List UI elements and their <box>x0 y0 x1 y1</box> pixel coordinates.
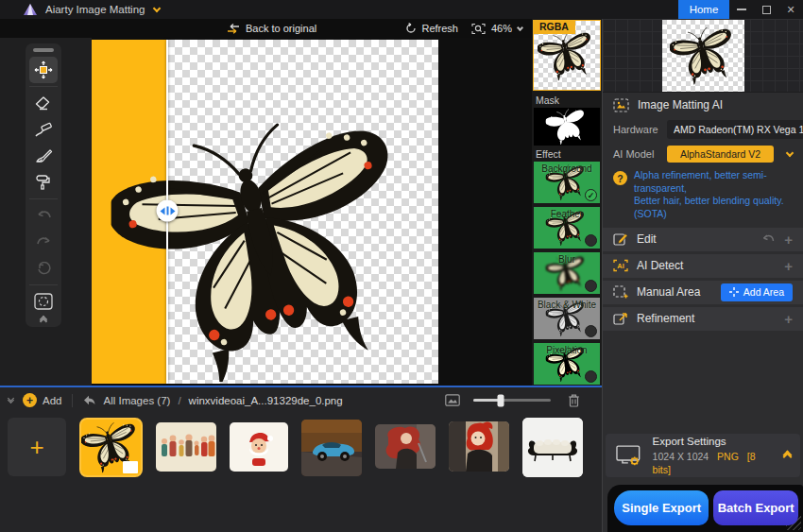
compare-divider-handle[interactable] <box>157 200 179 222</box>
butterfly-thumb-image <box>670 26 738 86</box>
effect-thumb-black-white[interactable]: Black & White <box>534 298 600 339</box>
palette-collapse-button[interactable] <box>41 317 46 324</box>
app-menu-chevron-icon[interactable] <box>153 4 161 11</box>
butterfly-image <box>94 121 436 382</box>
effect-toggle[interactable] <box>585 325 597 337</box>
film-thumb-woman-red-hair[interactable] <box>375 424 436 469</box>
section-ai-detect[interactable]: AI AI Detect + <box>603 254 803 278</box>
panel-header: Image Matting AI <box>603 93 803 117</box>
add-image-button[interactable]: + Add <box>23 393 61 407</box>
film-thumb-car[interactable] <box>301 420 362 476</box>
section-edit[interactable]: Edit + <box>603 228 803 251</box>
car-thumb-image <box>301 420 362 476</box>
move-tool-icon <box>34 60 53 79</box>
app-logo-icon <box>23 3 38 16</box>
all-images-breadcrumb[interactable]: All Images (7) <box>103 395 170 406</box>
hardware-select[interactable]: AMD Radeon(TM) RX Vega 11 G <box>667 120 803 139</box>
undo-icon <box>36 210 52 222</box>
bottom-panel: + Add All Images (7) / winxvideoai_A...9… <box>0 386 602 532</box>
close-button[interactable]: ✕ <box>778 0 803 19</box>
model-tip: ? Alpha refinement, better semi-transpar… <box>603 166 803 228</box>
section-expand-icon[interactable]: + <box>784 232 793 247</box>
workspace-column: Back to original Refresh 46% <box>0 19 602 532</box>
zoom-magnifier-icon <box>471 23 486 35</box>
image-canvas[interactable] <box>92 40 438 384</box>
pen-tool-button[interactable] <box>29 116 58 143</box>
eraser-tool-button[interactable] <box>29 90 58 116</box>
thumbnail-size-slider[interactable] <box>473 399 551 402</box>
move-tool-button[interactable] <box>29 57 58 83</box>
help-icon[interactable]: ? <box>613 171 627 185</box>
minimize-button[interactable] <box>729 0 754 19</box>
export-settings-row[interactable]: Export Settings 1024 X 1024 PNG [8 bits] <box>606 434 800 477</box>
rgba-preview-thumb[interactable]: RGBA <box>533 20 601 91</box>
reset-button[interactable] <box>29 255 58 282</box>
back-arrow-icon[interactable] <box>83 395 95 405</box>
effect-thumb-background[interactable]: Background ✓ <box>534 162 600 203</box>
app-title: Aiarty Image Matting <box>45 4 145 15</box>
export-settings-icon <box>615 443 643 468</box>
effect-toggle[interactable] <box>585 280 597 292</box>
add-image-tile[interactable]: + <box>8 418 66 476</box>
section-undo-icon[interactable] <box>761 234 775 244</box>
film-thumb-sofa[interactable] <box>522 418 583 477</box>
section-refinement[interactable]: Refinement + <box>603 307 803 331</box>
mask-preview-thumb[interactable] <box>534 108 600 146</box>
effect-thumb-blur[interactable]: Blur <box>534 252 600 294</box>
santa-thumb-image <box>230 422 288 472</box>
marquee-icon <box>34 293 53 310</box>
section-expand-icon[interactable]: + <box>784 259 793 273</box>
redo-icon <box>36 236 52 249</box>
effect-strip: RGBA Mask Effect Background ✓ Feather Bl… <box>532 19 602 386</box>
roller-tool-button[interactable] <box>29 169 58 196</box>
batch-export-button[interactable]: Batch Export <box>713 490 798 525</box>
trash-icon[interactable] <box>568 394 580 407</box>
ai-model-select[interactable]: AlphaStandard V2 <box>667 146 774 163</box>
pen-icon <box>35 122 53 138</box>
redo-button[interactable] <box>29 229 58 255</box>
section-manual-area[interactable]: Manual Area Add Area <box>603 281 803 304</box>
undo-button[interactable] <box>29 202 58 229</box>
effect-applied-badge[interactable]: ✓ <box>585 189 597 201</box>
mask-label: Mask <box>532 92 602 108</box>
zoom-value: 46% <box>491 23 512 34</box>
home-button[interactable]: Home <box>678 0 729 19</box>
ai-model-row: AI Model AlphaStandard V2 <box>603 142 803 166</box>
section-expand-icon[interactable]: + <box>784 312 793 326</box>
slider-knob[interactable] <box>497 394 504 406</box>
brush-icon <box>35 148 53 164</box>
navigator-thumb <box>662 20 744 92</box>
marquee-tool-button[interactable] <box>29 288 58 315</box>
effect-thumb-pixelation[interactable]: Pixelation <box>534 343 600 385</box>
effect-label: Effect <box>532 146 602 162</box>
effect-toggle[interactable] <box>585 370 597 383</box>
hardware-row: Hardware AMD Radeon(TM) RX Vega 11 G <box>603 117 803 142</box>
maximize-button[interactable] <box>754 0 778 19</box>
butterfly-thumb-image <box>538 29 596 82</box>
palette-drag-handle[interactable] <box>33 48 54 52</box>
back-to-original-button[interactable]: Back to original <box>227 23 316 34</box>
tool-palette <box>26 43 61 327</box>
film-thumb-people[interactable] <box>156 422 216 472</box>
current-filename: winxvideoai_A...91329de_0.png <box>189 395 343 406</box>
navigator-preview[interactable] <box>603 19 803 93</box>
reset-icon <box>37 262 51 276</box>
film-thumb-santa[interactable] <box>230 422 288 472</box>
panel-collapse-button[interactable] <box>9 399 13 403</box>
add-area-button[interactable]: Add Area <box>721 283 793 301</box>
filmstrip-toolbar: + Add All Images (7) / winxvideoai_A...9… <box>0 387 602 413</box>
refresh-icon <box>405 23 417 34</box>
page-badge-icon <box>123 461 138 473</box>
effect-thumb-feather[interactable]: Feather <box>534 207 600 249</box>
refresh-button[interactable]: Refresh <box>405 23 458 34</box>
export-collapse-button[interactable] <box>784 452 791 460</box>
zoom-control[interactable]: 46% <box>471 23 522 35</box>
effect-toggle[interactable] <box>585 234 597 247</box>
single-export-button[interactable]: Single Export <box>614 490 709 525</box>
chevron-down-icon[interactable] <box>786 148 794 156</box>
eraser-icon <box>35 95 52 111</box>
film-thumb-butterfly-selected[interactable] <box>79 418 143 477</box>
svg-text:AI: AI <box>617 262 624 270</box>
film-thumb-woman-ponytail[interactable] <box>449 421 509 472</box>
brush-tool-button[interactable] <box>29 143 58 169</box>
